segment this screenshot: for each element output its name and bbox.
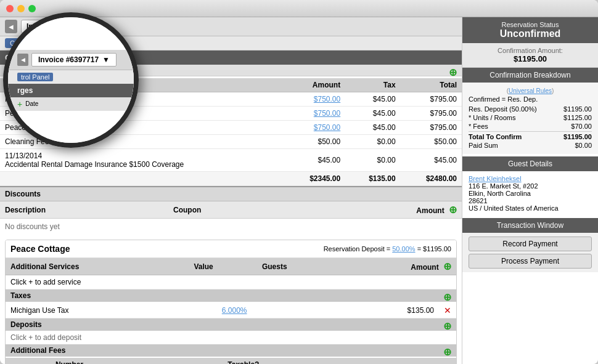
taxes-table: Michigan Use Tax 6.000% $135.00 ✕ (6, 303, 456, 318)
breakdown-row-fees: * Fees $70.00 (469, 123, 592, 130)
guest-address3: 28621 (469, 197, 592, 204)
tax-rate-link[interactable]: 6.000% (222, 306, 247, 315)
guest-address4: US / United States of America (469, 204, 592, 212)
magnifier-overlay: ◀ Invoice #6397717 ▼ trol Panel rges + D… (3, 12, 139, 148)
tax-rate: 6.000% (217, 303, 326, 318)
add-charge-button[interactable]: ⊕ (449, 67, 457, 78)
fees-col-header (6, 358, 51, 364)
guest-name-link[interactable]: Brent Kleinheksel (469, 175, 522, 182)
universal-rules-link[interactable]: Universal Rules (509, 87, 552, 94)
fees-taxable-header: Taxable? (223, 358, 411, 364)
totals-total: $2480.00 (401, 172, 462, 186)
confirmation-amount-label: Confirmation Amount: (469, 47, 592, 54)
deposits-section-header: Deposits ⊕ (6, 318, 456, 331)
amount-link[interactable]: $750.00 (314, 109, 340, 118)
row-total: $795.00 (401, 92, 462, 107)
breakdown-row-units: * Units / Rooms $1125.00 (469, 114, 592, 121)
reservation-status-value: Unconfirmed (469, 28, 592, 39)
totals-tax: $135.00 (345, 172, 400, 186)
row-tax: $0.00 (345, 135, 400, 149)
fees-table: Number Taxable? (6, 358, 456, 364)
confirmed-rule-text: Confirmed = Res. Dep. (469, 95, 592, 103)
table-row: 11/13/2014 Accidental Rental Damage Insu… (0, 149, 462, 172)
magnifier-content: ◀ Invoice #6397717 ▼ trol Panel rges + D… (8, 17, 134, 143)
fees-add-col (411, 358, 456, 364)
row-amount: $750.00 (284, 107, 345, 121)
col-header-coupon: Coupon (168, 201, 294, 219)
record-payment-button[interactable]: Record Payment (469, 237, 592, 251)
guest-details-title: Guest Details (462, 156, 598, 171)
mag-dropdown-chevron-icon: ▼ (102, 55, 110, 64)
amount-link[interactable]: $750.00 (314, 123, 340, 132)
no-discounts-message: No discounts yet (0, 219, 462, 235)
nav-back-arrow[interactable]: ◀ (5, 20, 17, 33)
col-header-amount: Amount (284, 78, 345, 92)
property-header: Peace Cottage Reservation Deposit = 50.0… (6, 240, 456, 258)
mag-breadcrumb: trol Panel (8, 70, 134, 84)
deposit-percent-link[interactable]: 50.00% (392, 245, 415, 253)
remove-tax-button[interactable]: ✕ (439, 303, 456, 318)
confirmation-amount-value: $1195.00 (469, 54, 592, 63)
tax-amount: $135.00 (326, 303, 439, 318)
deposit-amount: $1195.00 (423, 245, 451, 253)
breakdown-content: (Universal Rules) Confirmed = Res. Dep. … (462, 83, 598, 154)
confirmation-amount-box: Confirmation Amount: $1195.00 (462, 43, 598, 68)
row-amount: $50.00 (284, 135, 345, 149)
mag-date-row: + Date (8, 97, 134, 111)
add-fee-button[interactable]: ⊕ (443, 346, 451, 358)
deposit-info: Reservation Deposit = 50.00% = $1195.00 (324, 245, 451, 253)
additional-fees-section-header: Additional Fees ⊕ (6, 344, 456, 357)
reservation-status-label: Reservation Status (469, 21, 592, 28)
guest-address1: 116 E. Market St, #202 (469, 182, 592, 190)
tax-name: Michigan Use Tax (6, 303, 217, 318)
guest-address2: Elkin, North Carolina (469, 190, 592, 197)
add-tax-button[interactable]: ⊕ (443, 291, 451, 303)
mag-add-icon: + (17, 99, 22, 109)
row-total: $45.00 (401, 149, 462, 172)
fees-number-header: Number (51, 358, 223, 364)
reservation-status-box: Reservation Status Unconfirmed (462, 17, 598, 43)
derived-text: (Universal Rules) (469, 86, 592, 95)
mag-invoice-label: Invoice #6397717 (38, 55, 99, 64)
breakdown-row-deposit: Res. Deposit (50.00%) $1195.00 (469, 105, 592, 113)
maximize-button[interactable] (28, 5, 36, 12)
breakdown-row-total: Total To Confirm $1195.00 (469, 131, 592, 140)
totals-amount: $2345.00 (284, 172, 345, 186)
services-amount-header: Amount ⊕ (338, 258, 456, 275)
close-button[interactable] (6, 5, 14, 12)
mag-ctrl-panel-btn: trol Panel (17, 73, 53, 81)
col-header-total: Total (401, 78, 462, 92)
mag-nav: ◀ Invoice #6397717 ▼ (8, 50, 134, 70)
discounts-table: Description Coupon Amount ⊕ No discounts… (0, 201, 462, 235)
add-discount-button[interactable]: ⊕ (449, 204, 457, 215)
add-deposit-button[interactable]: ⊕ (443, 320, 451, 332)
mag-date-label: Date (25, 100, 38, 107)
row-description: 11/13/2014 Accidental Rental Damage Insu… (0, 149, 284, 172)
row-total: $795.00 (401, 121, 462, 135)
col-header-desc: Description (0, 201, 168, 219)
property-name: Peace Cottage (10, 244, 70, 254)
row-tax: $45.00 (345, 121, 400, 135)
transaction-window-title: Transaction Window (462, 218, 598, 233)
amount-link[interactable]: $750.00 (314, 95, 340, 103)
totals-label (0, 172, 284, 186)
services-value-header: Value (189, 258, 257, 275)
guest-details-content: Brent Kleinheksel 116 E. Market St, #202… (462, 171, 598, 216)
right-panel: Reservation Status Unconfirmed Confirmat… (462, 17, 598, 364)
row-total: $795.00 (401, 107, 462, 121)
minimize-button[interactable] (17, 5, 25, 12)
add-service-row: Click + to add service (6, 275, 456, 289)
breakdown-title: Confirmation Breakdown (462, 68, 598, 83)
add-service-button[interactable]: ⊕ (443, 261, 451, 272)
add-service-text: Click + to add service (6, 275, 456, 289)
mag-charges-header: rges (8, 84, 134, 97)
col-header-amount: Amount ⊕ (294, 201, 462, 219)
row-amount: $750.00 (284, 92, 345, 107)
no-discounts-row: No discounts yet (0, 219, 462, 235)
mag-nav-arrow: ◀ (17, 54, 28, 66)
breakdown-row-paid: Paid Sum $0.00 (469, 142, 592, 149)
process-payment-button[interactable]: Process Payment (469, 254, 592, 269)
discounts-title: Discounts (5, 190, 41, 198)
add-deposit-text: Click + to add deposit (6, 331, 456, 344)
col-header-tax: Tax (345, 78, 400, 92)
